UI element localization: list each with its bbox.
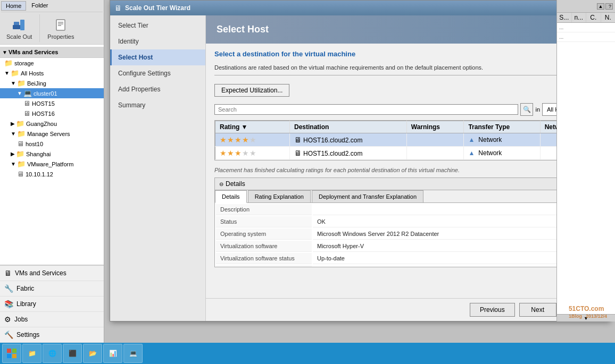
file-explorer-taskbar-btn[interactable]: 📁 (22, 344, 41, 363)
right-col-s: S... (557, 13, 572, 22)
right-panel-up-btn[interactable]: ▲ (597, 3, 604, 10)
hosts-table: Rating ▼ Destination Warnings Transfer T… (215, 121, 600, 160)
guangzhou-item[interactable]: ▶ 📁 GuangZhou (0, 118, 104, 129)
start-button[interactable] (2, 344, 21, 363)
nav-jobs[interactable]: ⚙ Jobs (0, 312, 104, 327)
scale-out-dialog: 🖥 Scale Out Tier Wizard ✕ Select Tier Id… (110, 0, 610, 321)
col-warnings[interactable]: Warnings (406, 121, 464, 133)
right-panel-rows: ... ... (557, 23, 615, 314)
home-tab[interactable]: Home (1, 1, 26, 11)
detail-key-virt-sw: Virtualization software (216, 241, 312, 252)
search-button[interactable]: 🔍 (520, 103, 533, 116)
ie-taskbar-btn[interactable]: 🌐 (43, 344, 62, 363)
col-rating[interactable]: Rating ▼ (215, 121, 290, 133)
monitor-taskbar-btn[interactable]: 📊 (103, 344, 122, 363)
settings-icon: 🔨 (4, 331, 13, 339)
hosts-table-container: Rating ▼ Destination Warnings Transfer T… (214, 120, 601, 160)
vms-icon: 🖥 (4, 269, 12, 277)
right-panel-help-btn[interactable]: ? (605, 3, 613, 10)
detail-row-vms: Virtual machines CentOS-01, CloudBoy-fen… (216, 265, 599, 267)
vmware-platform-item[interactable]: ▼ 📁 VMware_Platform (0, 159, 104, 169)
host-row-host15[interactable]: ★ ★ ★ ★ ★ 🖥 (215, 147, 600, 160)
svg-rect-3 (56, 20, 65, 30)
right-row-1: ... (557, 23, 615, 32)
details-table: Description Status OK Opera (215, 203, 600, 267)
nav-fabric[interactable]: 🔧 Fabric (0, 281, 104, 297)
next-button[interactable]: Next (519, 303, 556, 317)
host15-rating: ★ ★ ★ ★ ★ (220, 149, 285, 157)
dialog-title-text: Scale Out Tier Wizard (125, 4, 595, 12)
detail-row-status: Status OK (216, 216, 599, 227)
tab-rating-explanation[interactable]: Rating Explanation (248, 190, 311, 202)
host-row-host16[interactable]: ★ ★ ★ ★ ★ 🖥 (215, 133, 600, 147)
nav-summary[interactable]: Summary (110, 97, 205, 113)
right-col-n2: N. (601, 13, 616, 22)
vms-services-section-label: VMs and Services (9, 49, 59, 55)
cluster01-item[interactable]: ▼ 💻 cluster01 (0, 88, 104, 98)
details-label: Details (226, 180, 245, 188)
dialog-main-content: Select Host Select a destination for the… (206, 15, 609, 321)
dialog-title-icon: 🖥 (114, 4, 122, 12)
dialog-section-header: Select Host (206, 15, 609, 44)
host16-item[interactable]: 🖥 HOST16 (0, 108, 104, 118)
fabric-icon: 🔧 (4, 284, 13, 293)
explorer-panel: Home Folder Scale Out (0, 0, 104, 343)
right-col-c: C. (586, 13, 601, 22)
details-scroll-area: Description Status OK Opera (215, 203, 600, 267)
nav-identity[interactable]: Identity (110, 33, 205, 49)
scale-out-icon (11, 16, 28, 33)
nav-vms-services[interactable]: 🖥 VMs and Services (0, 266, 104, 281)
details-tabs: Details Rating Explanation Deployment an… (215, 190, 600, 203)
dialog-content: Select Tier Identity Select Host Configu… (110, 15, 609, 321)
watermark: 51CTO.com 1Blog 2013/12/4 (569, 305, 607, 319)
right-col-headers: S... n... C. N. (557, 13, 615, 23)
terminal-taskbar-btn[interactable]: 💻 (123, 344, 143, 363)
host10-item[interactable]: 🖥 host10 (0, 139, 104, 149)
nav-library[interactable]: 📚 Library (0, 297, 104, 312)
tab-deployment-transfer[interactable]: Deployment and Transfer Explanation (312, 190, 423, 202)
nav-select-host[interactable]: Select Host (110, 49, 205, 65)
dialog-body: Select a destination for the virtual mac… (206, 44, 609, 298)
host15-transfer: ▲ Network (464, 147, 540, 160)
nav-add-properties[interactable]: Add Properties (110, 81, 205, 97)
col-transfer-type[interactable]: Transfer Type (464, 121, 540, 133)
nav-select-tier[interactable]: Select Tier (110, 18, 205, 33)
detail-key-description: Description (216, 204, 312, 215)
manage-servers-item[interactable]: ▼ 📁 Manage Servers (0, 129, 104, 139)
main-section-title: Select a destination for the virtual mac… (214, 50, 601, 58)
ip-item[interactable]: 🖥 10.10.1.12 (0, 169, 104, 179)
previous-button[interactable]: Previous (470, 303, 515, 317)
properties-button[interactable]: Properties (43, 14, 78, 42)
properties-icon (52, 16, 69, 33)
shanghai-item[interactable]: ▶ 📁 Shanghai (0, 149, 104, 159)
host15-icon: 🖥 (294, 149, 302, 157)
library-icon: 📚 (4, 300, 13, 308)
all-hosts-item[interactable]: ▼ 📁 All Hosts (0, 68, 104, 78)
details-section: ⊖ Details Details Rating Explanation Dep… (214, 177, 601, 267)
details-header[interactable]: ⊖ Details (215, 178, 600, 190)
host15-item[interactable]: 🖥 HOST15 (0, 98, 104, 108)
folder2-taskbar-btn[interactable]: 📂 (83, 344, 102, 363)
search-input[interactable] (214, 104, 518, 115)
storage-item[interactable]: 📁 storage (0, 58, 104, 68)
host15-name: HOST15.cloud2.com (303, 150, 362, 157)
host16-name: HOST16.cloud2.com (303, 137, 362, 144)
tab-details[interactable]: Details (215, 190, 247, 203)
host15-warnings (406, 147, 464, 160)
right-panel: ▲ ? S... n... C. N. ... ... ▼ (556, 0, 615, 321)
scale-out-button[interactable]: Scale Out (2, 14, 36, 42)
svg-rect-2 (13, 25, 20, 29)
svg-rect-7 (7, 349, 11, 353)
dialog-wizard-nav: Select Tier Identity Select Host Configu… (110, 15, 206, 321)
folder-tab[interactable]: Folder (27, 1, 52, 11)
search-row: 🔍 in All Hosts\Beijing (214, 103, 601, 116)
expected-utilization-button[interactable]: Expected Utilization... (214, 84, 289, 97)
beijing-item[interactable]: ▼ 📁 BeiJing (0, 78, 104, 88)
dialog-section-title: Select Host (217, 24, 599, 35)
nav-configure-settings[interactable]: Configure Settings (110, 65, 205, 81)
host16-icon: 🖥 (294, 136, 302, 144)
cmd-taskbar-btn[interactable]: ⬛ (63, 344, 82, 363)
nav-settings[interactable]: 🔨 Settings (0, 327, 104, 343)
col-destination[interactable]: Destination (290, 121, 407, 133)
detail-row-os: Operating system Microsoft Windows Serve… (216, 228, 599, 240)
